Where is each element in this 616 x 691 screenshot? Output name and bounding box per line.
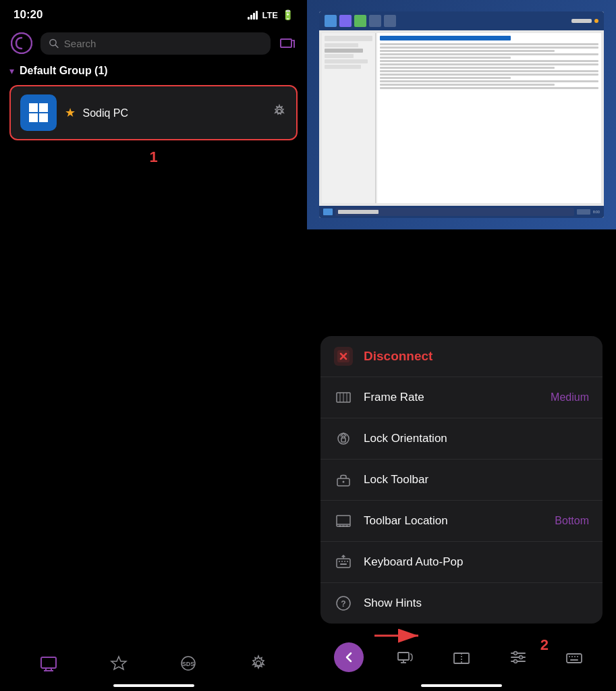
svg-point-17 bbox=[256, 661, 261, 666]
search-bar bbox=[9, 31, 298, 55]
screen-cast-button[interactable] bbox=[390, 642, 420, 672]
toolbar-location-value: Bottom bbox=[555, 515, 589, 527]
svg-rect-10 bbox=[41, 657, 56, 668]
svg-rect-32 bbox=[339, 526, 341, 527]
svg-line-2 bbox=[55, 45, 58, 48]
keyboard-autopop-label: Keyboard Auto-Pop bbox=[364, 555, 589, 569]
svg-rect-45 bbox=[398, 653, 409, 660]
toolbar-location-icon bbox=[334, 512, 353, 530]
search-input[interactable] bbox=[64, 38, 262, 49]
show-hints-icon: ? bbox=[334, 594, 353, 613]
svg-point-53 bbox=[513, 652, 517, 655]
cast-icon[interactable] bbox=[277, 33, 298, 53]
lte-label: LTE bbox=[262, 10, 278, 20]
lock-toolbar-icon bbox=[334, 470, 353, 489]
badge-1: 1 bbox=[149, 148, 157, 166]
screen2-button[interactable] bbox=[447, 642, 476, 672]
remote-preview: 8:00 bbox=[307, 0, 616, 229]
frame-rate-label: Frame Rate bbox=[364, 391, 540, 404]
lock-orientation-label: Lock Orientation bbox=[364, 432, 589, 445]
svg-text:?: ? bbox=[341, 599, 345, 609]
svg-point-0 bbox=[11, 33, 32, 53]
search-wrapper[interactable] bbox=[40, 32, 271, 55]
keyboard-autopop-icon bbox=[334, 553, 353, 572]
status-icons: LTE 🔋 bbox=[248, 9, 293, 20]
show-hints-label: Show Hints bbox=[364, 597, 589, 610]
home-indicator-left bbox=[113, 684, 194, 687]
badge-2: 2 bbox=[540, 636, 549, 654]
keyboard-button[interactable] bbox=[559, 642, 589, 672]
nav-sds[interactable]: SDS bbox=[179, 655, 197, 672]
layout-button[interactable] bbox=[503, 642, 533, 672]
menu-item-keyboard-autopop[interactable]: Keyboard Auto-Pop bbox=[320, 542, 603, 583]
pc-icon-wrapper bbox=[20, 94, 57, 131]
svg-text:SDS: SDS bbox=[182, 661, 195, 667]
back-button[interactable] bbox=[334, 642, 364, 672]
disconnect-icon bbox=[334, 347, 353, 366]
svg-point-55 bbox=[513, 660, 517, 663]
svg-rect-3 bbox=[281, 39, 291, 47]
svg-rect-34 bbox=[345, 526, 348, 527]
svg-rect-56 bbox=[567, 654, 582, 663]
chevron-down-icon: ▾ bbox=[9, 65, 14, 76]
frame-rate-value: Medium bbox=[551, 391, 589, 404]
svg-point-28 bbox=[343, 481, 345, 483]
menu-item-disconnect[interactable]: Disconnect bbox=[320, 336, 603, 377]
svg-marker-14 bbox=[111, 657, 126, 669]
lock-toolbar-label: Lock Toolbar bbox=[364, 473, 589, 487]
windows-icon bbox=[27, 101, 50, 124]
menu-item-lock-orientation[interactable]: Lock Orientation bbox=[320, 418, 603, 460]
lock-orientation-icon bbox=[334, 429, 353, 448]
svg-rect-7 bbox=[29, 113, 38, 122]
home-indicator-right bbox=[421, 684, 502, 687]
pc-settings-icon[interactable] bbox=[272, 104, 287, 122]
group-title: Default Group (1) bbox=[20, 65, 108, 77]
nav-computers[interactable] bbox=[40, 655, 57, 672]
status-bar: 10:20 LTE 🔋 bbox=[0, 0, 307, 27]
app-logo bbox=[9, 31, 34, 55]
disconnect-label: Disconnect bbox=[364, 349, 589, 364]
star-icon: ★ bbox=[65, 106, 76, 119]
svg-point-54 bbox=[519, 656, 522, 659]
search-icon bbox=[49, 38, 59, 49]
bottom-nav: SDS bbox=[0, 649, 307, 678]
desktop-mockup: 8:00 bbox=[319, 11, 603, 218]
group-header[interactable]: ▾ Default Group (1) bbox=[0, 62, 307, 82]
svg-rect-6 bbox=[39, 103, 48, 112]
nav-settings[interactable] bbox=[250, 655, 267, 672]
signal-bars-icon bbox=[248, 10, 258, 20]
menu-item-lock-toolbar[interactable]: Lock Toolbar bbox=[320, 460, 603, 501]
context-menu: Disconnect Frame Rate Medium bbox=[320, 336, 603, 624]
pc-name: Sodiq PC bbox=[82, 107, 128, 119]
svg-rect-33 bbox=[342, 526, 345, 527]
frame-rate-icon bbox=[334, 388, 353, 407]
left-panel: 10:20 LTE 🔋 bbox=[0, 0, 307, 691]
battery-icon: 🔋 bbox=[282, 9, 293, 20]
svg-rect-5 bbox=[29, 103, 38, 112]
svg-rect-8 bbox=[39, 113, 48, 122]
status-time: 10:20 bbox=[13, 8, 43, 22]
pc-item[interactable]: ★ Sodiq PC bbox=[9, 85, 298, 140]
menu-item-frame-rate[interactable]: Frame Rate Medium bbox=[320, 377, 603, 418]
nav-favorites[interactable] bbox=[110, 655, 128, 672]
pc-info: ★ Sodiq PC bbox=[65, 105, 264, 120]
svg-rect-35 bbox=[337, 559, 350, 568]
menu-item-toolbar-location[interactable]: Toolbar Location Bottom bbox=[320, 501, 603, 542]
menu-item-show-hints[interactable]: ? Show Hints bbox=[320, 583, 603, 624]
toolbar-location-label: Toolbar Location bbox=[364, 514, 544, 528]
right-toolbar bbox=[307, 637, 616, 678]
right-panel: 8:00 Disconnect bbox=[307, 0, 616, 691]
svg-rect-26 bbox=[341, 438, 345, 442]
